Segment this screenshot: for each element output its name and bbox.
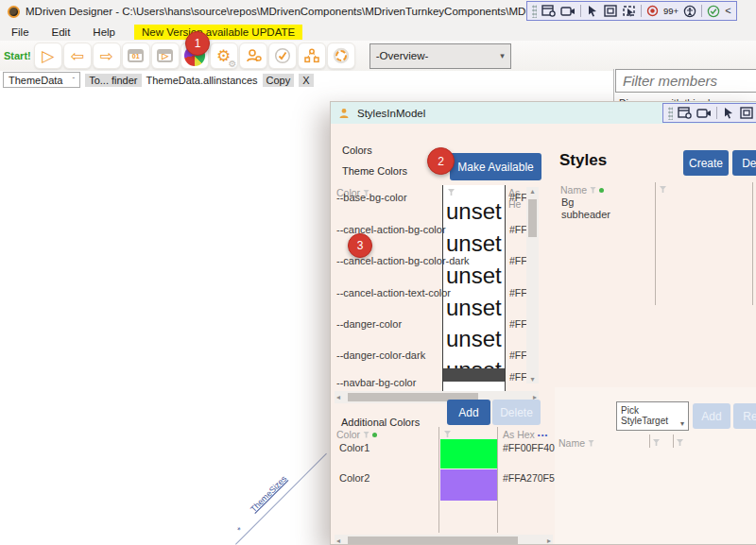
back-arrow-icon: ⇦ (71, 46, 84, 66)
make-available-button[interactable]: Make Available (450, 153, 541, 180)
theme-color-row[interactable]: --base-bg-color (336, 192, 407, 203)
theme-color-row[interactable]: --cancel-action-text-color (336, 287, 451, 298)
scroll-left-icon[interactable]: ◂ (335, 393, 342, 401)
theme-color-value[interactable]: unset (446, 295, 502, 321)
layout-adorners-icon[interactable] (604, 5, 617, 17)
drag-grip-icon[interactable] (532, 5, 537, 18)
association-line[interactable] (235, 453, 327, 545)
accessibility-icon[interactable] (683, 5, 696, 18)
toolbar-separator (580, 5, 581, 17)
person-link-icon (245, 48, 262, 63)
remove-styletarget-button[interactable]: Rem (733, 403, 756, 429)
drag-grip-icon[interactable] (668, 107, 673, 120)
association-multiplicity: * (235, 525, 245, 535)
window-settings-icon[interactable] (541, 5, 556, 17)
forward-button[interactable]: ⇨ (93, 43, 121, 69)
menu-edit[interactable]: Edit (41, 25, 82, 40)
overview-dropdown[interactable]: -Overview- ▾ (369, 43, 511, 69)
scrollbar-thumb[interactable] (528, 199, 537, 237)
add-styletarget-button[interactable]: Add (693, 403, 730, 429)
close-chip[interactable]: X (299, 74, 313, 87)
association-label[interactable]: ThemeSizes (249, 474, 288, 514)
additional-color-row[interactable]: Color2 (339, 472, 369, 484)
themedata-combo-value: ThemeData (9, 75, 62, 86)
additional-colors-table: Color As Hex••• Color1 #FF00FF40 Color2 … (335, 427, 554, 533)
pick-styletarget-combo[interactable]: Pick StyleTarget ▾ (616, 401, 689, 431)
person-link-button[interactable] (239, 43, 267, 69)
diagram-nodes-button[interactable] (298, 43, 326, 69)
gears-button[interactable]: ⚙⚙ (210, 43, 238, 69)
settings-ring-button[interactable] (327, 43, 355, 69)
additional-color-row[interactable]: Color1 (339, 442, 369, 453)
scroll-right-icon[interactable]: ▸ (545, 536, 553, 545)
vertical-scrollbar[interactable]: ▴ ▾ (526, 187, 539, 383)
instances-text[interactable]: ThemeData.allinstances (146, 75, 258, 86)
scroll-up-icon[interactable]: ▴ (528, 187, 536, 196)
theme-color-value[interactable]: unset (446, 326, 502, 352)
scrollbar-thumb[interactable] (348, 536, 518, 545)
window-play-icon: ▷ (157, 49, 173, 62)
create-style-button[interactable]: Create (683, 150, 729, 176)
run-button[interactable]: ▷ (34, 43, 62, 69)
styles-table: Name Bg subheader (558, 182, 756, 385)
validate-button[interactable] (268, 43, 297, 69)
scroll-left-icon[interactable]: ◂ (335, 536, 342, 545)
horizontal-scrollbar[interactable]: ◂ ▸ (335, 535, 553, 545)
filter-members-input[interactable] (615, 69, 756, 93)
style-row[interactable]: subheader (561, 209, 610, 220)
camera-icon[interactable] (560, 6, 576, 17)
theme-color-value[interactable]: unset (446, 230, 502, 257)
hot-reload-check-icon[interactable] (707, 5, 720, 18)
finder-chip[interactable]: To... finder (85, 74, 141, 87)
scroll-down-icon[interactable]: ▾ (528, 375, 536, 383)
column-header-as-hex[interactable]: As Hex••• (503, 429, 548, 440)
column-header-name[interactable]: Name (560, 184, 604, 196)
collapse-chevron-icon[interactable]: < (725, 6, 730, 16)
select-element-icon[interactable] (586, 5, 599, 17)
theme-color-value[interactable]: unset (446, 198, 502, 225)
filter-funnel-icon[interactable] (677, 439, 683, 446)
filter-funnel-icon[interactable] (444, 431, 451, 437)
styles-heading: Styles (559, 151, 607, 170)
delete-style-button[interactable]: Delete (732, 150, 756, 176)
color-swatch[interactable] (440, 469, 497, 501)
column-header-color[interactable]: Color (336, 429, 377, 440)
filter-funnel-icon[interactable] (653, 439, 660, 446)
menubar: File Edit Help New Version available UPD… (0, 23, 756, 41)
theme-color-row[interactable]: --navbar-bg-color (336, 377, 416, 388)
add-color-button[interactable]: Add (447, 400, 490, 425)
camera-icon[interactable] (696, 108, 712, 119)
window-play-button[interactable]: ▷ (151, 43, 180, 69)
back-button[interactable]: ⇦ (63, 43, 92, 69)
menu-file[interactable]: File (0, 25, 41, 40)
layout-adorners-icon[interactable] (740, 107, 753, 119)
badge-3: 3 (348, 233, 372, 258)
color-swatch[interactable] (440, 439, 497, 468)
track-element-icon[interactable] (622, 5, 636, 17)
copy-chip[interactable]: Copy (263, 74, 295, 87)
style-row[interactable]: Bg (561, 196, 574, 208)
theme-color-row[interactable]: --danger-color-dark (336, 349, 425, 361)
filter-funnel-icon[interactable] (590, 187, 596, 194)
event-count-badge: 99+ (663, 6, 679, 16)
filter-funnel-icon[interactable] (660, 186, 666, 193)
theme-color-row[interactable]: --danger-color (336, 318, 402, 330)
record-icon[interactable] (646, 5, 659, 17)
themedata-combo[interactable]: ThemeData ˇ (3, 72, 80, 88)
window-01-button[interactable]: 01 (122, 43, 150, 69)
theme-color-value[interactable]: unset (446, 263, 502, 289)
window-settings-icon[interactable] (678, 107, 692, 119)
column-header-name[interactable]: Name (558, 437, 594, 449)
update-banner[interactable]: New Version available UPDATE (134, 25, 302, 40)
app-logo-icon (8, 6, 20, 18)
delete-color-button[interactable]: Delete (492, 400, 541, 425)
window-01-icon: 01 (128, 49, 144, 62)
theme-color-row[interactable]: --cancel-action-bg-color (336, 224, 446, 235)
filter-funnel-icon[interactable] (363, 432, 369, 438)
main-toolbar: Start! ▷ ⇦ ⇨ 01 ▷ ⚙⚙ -Overview- ▾ (0, 41, 756, 71)
menu-help[interactable]: Help (81, 25, 127, 40)
filter-funnel-icon[interactable] (588, 440, 594, 447)
theme-color-swatch[interactable] (443, 368, 505, 382)
select-element-icon[interactable] (722, 107, 735, 119)
theme-colors-label: Theme Colors (342, 165, 407, 177)
